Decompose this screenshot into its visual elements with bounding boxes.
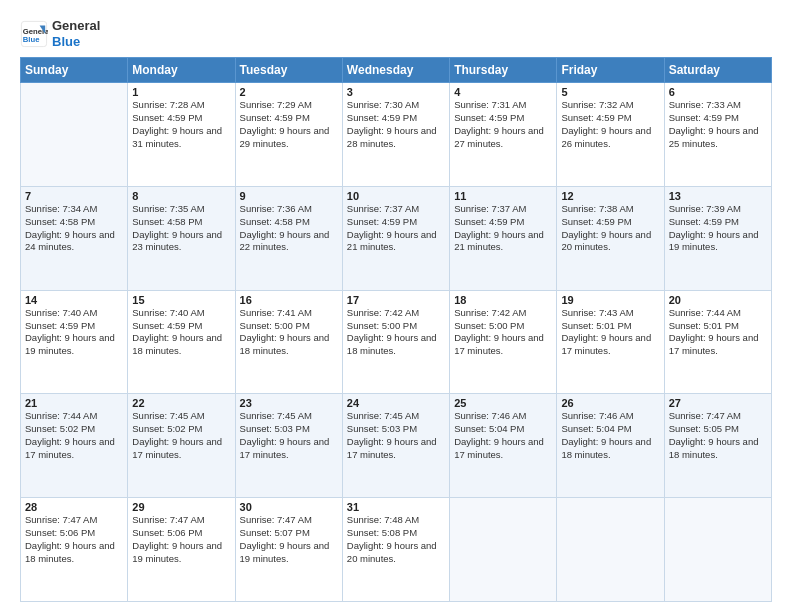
day-of-week-header: Thursday: [450, 58, 557, 83]
day-number: 11: [454, 190, 552, 202]
calendar-day-cell: 20Sunrise: 7:44 AMSunset: 5:01 PMDayligh…: [664, 290, 771, 394]
day-info: Sunrise: 7:46 AMSunset: 5:04 PMDaylight:…: [454, 410, 552, 461]
calendar-day-cell: 25Sunrise: 7:46 AMSunset: 5:04 PMDayligh…: [450, 394, 557, 498]
day-number: 12: [561, 190, 659, 202]
calendar-week-row: 14Sunrise: 7:40 AMSunset: 4:59 PMDayligh…: [21, 290, 772, 394]
calendar-week-row: 21Sunrise: 7:44 AMSunset: 5:02 PMDayligh…: [21, 394, 772, 498]
day-number: 1: [132, 86, 230, 98]
calendar-day-cell: 13Sunrise: 7:39 AMSunset: 4:59 PMDayligh…: [664, 186, 771, 290]
day-info: Sunrise: 7:43 AMSunset: 5:01 PMDaylight:…: [561, 307, 659, 358]
day-number: 19: [561, 294, 659, 306]
day-number: 6: [669, 86, 767, 98]
calendar-day-cell: [450, 498, 557, 602]
day-info: Sunrise: 7:39 AMSunset: 4:59 PMDaylight:…: [669, 203, 767, 254]
day-number: 28: [25, 501, 123, 513]
day-number: 30: [240, 501, 338, 513]
day-number: 13: [669, 190, 767, 202]
calendar-day-cell: 9Sunrise: 7:36 AMSunset: 4:58 PMDaylight…: [235, 186, 342, 290]
day-number: 15: [132, 294, 230, 306]
day-of-week-header: Friday: [557, 58, 664, 83]
calendar-day-cell: 12Sunrise: 7:38 AMSunset: 4:59 PMDayligh…: [557, 186, 664, 290]
calendar-day-cell: 29Sunrise: 7:47 AMSunset: 5:06 PMDayligh…: [128, 498, 235, 602]
calendar-day-cell: 10Sunrise: 7:37 AMSunset: 4:59 PMDayligh…: [342, 186, 449, 290]
calendar-day-cell: 19Sunrise: 7:43 AMSunset: 5:01 PMDayligh…: [557, 290, 664, 394]
day-number: 20: [669, 294, 767, 306]
day-of-week-header: Tuesday: [235, 58, 342, 83]
calendar-header-row: SundayMondayTuesdayWednesdayThursdayFrid…: [21, 58, 772, 83]
day-info: Sunrise: 7:37 AMSunset: 4:59 PMDaylight:…: [347, 203, 445, 254]
day-info: Sunrise: 7:48 AMSunset: 5:08 PMDaylight:…: [347, 514, 445, 565]
calendar: SundayMondayTuesdayWednesdayThursdayFrid…: [20, 57, 772, 602]
day-info: Sunrise: 7:45 AMSunset: 5:03 PMDaylight:…: [240, 410, 338, 461]
calendar-day-cell: 21Sunrise: 7:44 AMSunset: 5:02 PMDayligh…: [21, 394, 128, 498]
calendar-day-cell: 2Sunrise: 7:29 AMSunset: 4:59 PMDaylight…: [235, 83, 342, 187]
day-info: Sunrise: 7:42 AMSunset: 5:00 PMDaylight:…: [454, 307, 552, 358]
day-of-week-header: Monday: [128, 58, 235, 83]
calendar-day-cell: 22Sunrise: 7:45 AMSunset: 5:02 PMDayligh…: [128, 394, 235, 498]
day-info: Sunrise: 7:47 AMSunset: 5:07 PMDaylight:…: [240, 514, 338, 565]
logo-icon: General Blue: [20, 20, 48, 48]
day-number: 25: [454, 397, 552, 409]
day-number: 22: [132, 397, 230, 409]
svg-text:Blue: Blue: [23, 35, 40, 44]
day-number: 14: [25, 294, 123, 306]
day-number: 27: [669, 397, 767, 409]
day-info: Sunrise: 7:42 AMSunset: 5:00 PMDaylight:…: [347, 307, 445, 358]
calendar-day-cell: 11Sunrise: 7:37 AMSunset: 4:59 PMDayligh…: [450, 186, 557, 290]
calendar-day-cell: 23Sunrise: 7:45 AMSunset: 5:03 PMDayligh…: [235, 394, 342, 498]
day-number: 3: [347, 86, 445, 98]
day-info: Sunrise: 7:32 AMSunset: 4:59 PMDaylight:…: [561, 99, 659, 150]
day-info: Sunrise: 7:33 AMSunset: 4:59 PMDaylight:…: [669, 99, 767, 150]
calendar-day-cell: 31Sunrise: 7:48 AMSunset: 5:08 PMDayligh…: [342, 498, 449, 602]
day-number: 2: [240, 86, 338, 98]
calendar-day-cell: 8Sunrise: 7:35 AMSunset: 4:58 PMDaylight…: [128, 186, 235, 290]
calendar-day-cell: 24Sunrise: 7:45 AMSunset: 5:03 PMDayligh…: [342, 394, 449, 498]
day-number: 23: [240, 397, 338, 409]
calendar-day-cell: 30Sunrise: 7:47 AMSunset: 5:07 PMDayligh…: [235, 498, 342, 602]
day-info: Sunrise: 7:40 AMSunset: 4:59 PMDaylight:…: [132, 307, 230, 358]
day-info: Sunrise: 7:38 AMSunset: 4:59 PMDaylight:…: [561, 203, 659, 254]
day-info: Sunrise: 7:40 AMSunset: 4:59 PMDaylight:…: [25, 307, 123, 358]
day-number: 9: [240, 190, 338, 202]
calendar-day-cell: [664, 498, 771, 602]
day-number: 21: [25, 397, 123, 409]
day-info: Sunrise: 7:35 AMSunset: 4:58 PMDaylight:…: [132, 203, 230, 254]
calendar-day-cell: 14Sunrise: 7:40 AMSunset: 4:59 PMDayligh…: [21, 290, 128, 394]
day-number: 4: [454, 86, 552, 98]
calendar-day-cell: 16Sunrise: 7:41 AMSunset: 5:00 PMDayligh…: [235, 290, 342, 394]
day-number: 10: [347, 190, 445, 202]
day-number: 29: [132, 501, 230, 513]
day-info: Sunrise: 7:44 AMSunset: 5:02 PMDaylight:…: [25, 410, 123, 461]
day-of-week-header: Wednesday: [342, 58, 449, 83]
day-info: Sunrise: 7:36 AMSunset: 4:58 PMDaylight:…: [240, 203, 338, 254]
day-number: 8: [132, 190, 230, 202]
page: General Blue General Blue SundayMondayTu…: [0, 0, 792, 612]
day-info: Sunrise: 7:45 AMSunset: 5:02 PMDaylight:…: [132, 410, 230, 461]
calendar-day-cell: 3Sunrise: 7:30 AMSunset: 4:59 PMDaylight…: [342, 83, 449, 187]
day-info: Sunrise: 7:45 AMSunset: 5:03 PMDaylight:…: [347, 410, 445, 461]
calendar-day-cell: [557, 498, 664, 602]
calendar-week-row: 28Sunrise: 7:47 AMSunset: 5:06 PMDayligh…: [21, 498, 772, 602]
calendar-day-cell: 15Sunrise: 7:40 AMSunset: 4:59 PMDayligh…: [128, 290, 235, 394]
day-info: Sunrise: 7:44 AMSunset: 5:01 PMDaylight:…: [669, 307, 767, 358]
day-info: Sunrise: 7:31 AMSunset: 4:59 PMDaylight:…: [454, 99, 552, 150]
calendar-day-cell: 5Sunrise: 7:32 AMSunset: 4:59 PMDaylight…: [557, 83, 664, 187]
day-number: 24: [347, 397, 445, 409]
day-info: Sunrise: 7:29 AMSunset: 4:59 PMDaylight:…: [240, 99, 338, 150]
day-of-week-header: Saturday: [664, 58, 771, 83]
calendar-day-cell: 4Sunrise: 7:31 AMSunset: 4:59 PMDaylight…: [450, 83, 557, 187]
day-number: 18: [454, 294, 552, 306]
day-info: Sunrise: 7:28 AMSunset: 4:59 PMDaylight:…: [132, 99, 230, 150]
calendar-day-cell: [21, 83, 128, 187]
calendar-week-row: 7Sunrise: 7:34 AMSunset: 4:58 PMDaylight…: [21, 186, 772, 290]
day-info: Sunrise: 7:41 AMSunset: 5:00 PMDaylight:…: [240, 307, 338, 358]
day-info: Sunrise: 7:47 AMSunset: 5:06 PMDaylight:…: [25, 514, 123, 565]
day-info: Sunrise: 7:47 AMSunset: 5:06 PMDaylight:…: [132, 514, 230, 565]
logo: General Blue General Blue: [20, 18, 100, 49]
day-number: 26: [561, 397, 659, 409]
logo-text: General Blue: [52, 18, 100, 49]
calendar-day-cell: 1Sunrise: 7:28 AMSunset: 4:59 PMDaylight…: [128, 83, 235, 187]
calendar-day-cell: 27Sunrise: 7:47 AMSunset: 5:05 PMDayligh…: [664, 394, 771, 498]
day-number: 7: [25, 190, 123, 202]
header: General Blue General Blue: [20, 18, 772, 49]
